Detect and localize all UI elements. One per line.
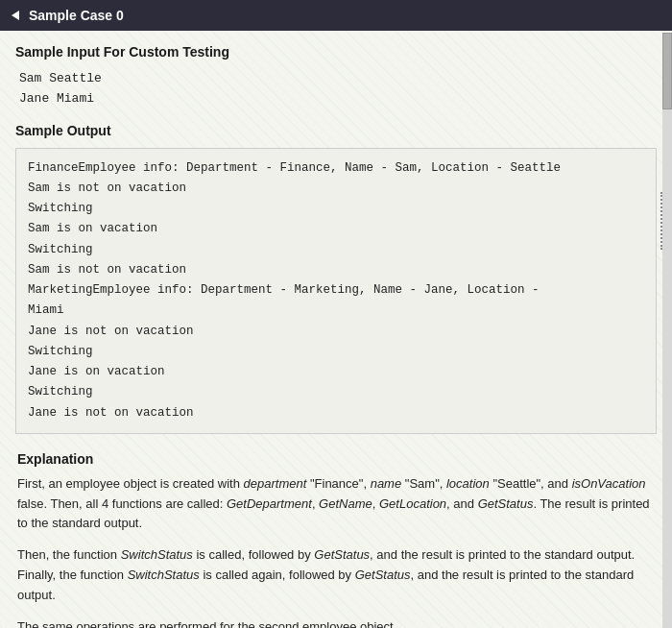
output-line-2: Sam is not on vacation	[28, 179, 644, 199]
output-line-9: Jane is not on vacation	[28, 322, 644, 342]
output-line-6: Sam is not on vacation	[28, 260, 644, 280]
explanation-paragraph-2: Then, the function SwitchStatus is calle…	[17, 545, 657, 605]
output-line-8: Miami	[28, 301, 644, 321]
output-line-7: MarketingEmployee info: Department - Mar…	[28, 280, 644, 301]
page-content: Sample Case 0 Sample Input For Custom Te…	[0, 0, 672, 628]
explanation-title: Explanation	[17, 451, 657, 467]
sample-output-section: Sample Output FinanceEmployee info: Depa…	[15, 123, 657, 434]
scrollbar[interactable]	[662, 33, 672, 628]
header-bar: Sample Case 0	[0, 0, 672, 31]
output-box: FinanceEmployee info: Department - Finan…	[15, 148, 657, 434]
output-line-5: Switching	[28, 240, 644, 260]
output-line-10: Switching	[28, 342, 644, 362]
output-line-3: Switching	[28, 199, 644, 219]
sample-input-block: Sam Seattle Jane Miami	[15, 69, 657, 109]
main-content: Sample Input For Custom Testing Sam Seat…	[0, 31, 672, 628]
main-container: Sample Case 0 Sample Input For Custom Te…	[0, 0, 672, 628]
explanation-paragraph-1: First, an employee object is created wit…	[17, 474, 657, 534]
output-line-13: Jane is not on vacation	[28, 403, 644, 423]
output-line-12: Switching	[28, 382, 644, 402]
input-line-2: Jane Miami	[19, 89, 657, 109]
explanation-paragraph-3: The same operations are performed for th…	[17, 617, 657, 628]
output-line-11: Jane is on vacation	[28, 362, 644, 382]
output-line-1: FinanceEmployee info: Department - Finan…	[28, 158, 644, 179]
scrollbar-thumb[interactable]	[662, 33, 672, 109]
sample-output-title: Sample Output	[15, 123, 657, 138]
sample-input-title: Sample Input For Custom Testing	[15, 44, 657, 60]
output-line-4: Sam is on vacation	[28, 219, 644, 239]
header-title: Sample Case 0	[29, 8, 124, 23]
input-line-1: Sam Seattle	[19, 69, 657, 89]
explanation-section: Explanation First, an employee object is…	[15, 451, 657, 628]
collapse-icon[interactable]	[12, 11, 19, 20]
